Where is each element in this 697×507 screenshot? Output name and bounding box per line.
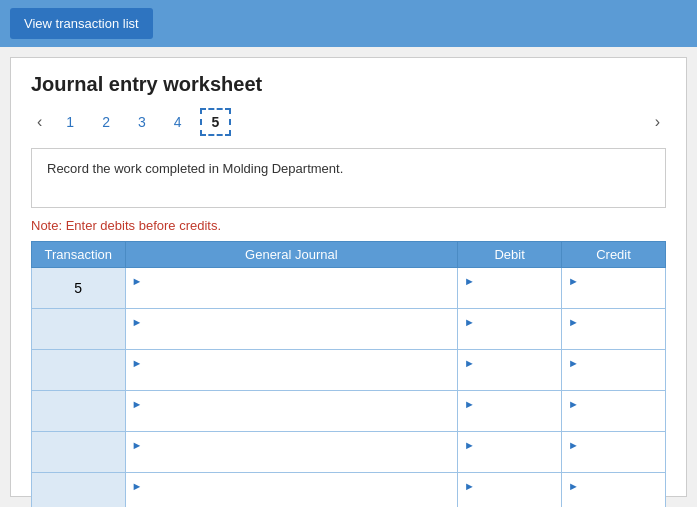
journal-table: Transaction General Journal Debit Credit…: [31, 241, 666, 507]
credit-cell-6[interactable]: ►: [562, 473, 666, 508]
table-row: ► ► ►: [32, 309, 666, 350]
credit-arrow-1: ►: [568, 275, 579, 287]
transaction-cell-6: [32, 473, 126, 508]
credit-input-3[interactable]: [568, 371, 659, 386]
transaction-cell-5: [32, 432, 126, 473]
instruction-text: Record the work completed in Molding Dep…: [47, 161, 343, 176]
pagination: ‹ 1 2 3 4 5 ›: [31, 108, 666, 136]
credit-input-2[interactable]: [568, 330, 659, 345]
header-debit: Debit: [458, 242, 562, 268]
debit-arrow-2: ►: [464, 316, 475, 328]
credit-arrow-4: ►: [568, 398, 579, 410]
debit-input-2[interactable]: [464, 330, 555, 345]
table-row: ► ► ►: [32, 350, 666, 391]
indent-arrow-2: ►: [132, 316, 143, 328]
indent-arrow-5: ►: [132, 439, 143, 451]
header-transaction: Transaction: [32, 242, 126, 268]
indent-arrow: ►: [132, 275, 143, 287]
note-text: Note: Enter debits before credits.: [31, 218, 666, 233]
worksheet-title: Journal entry worksheet: [31, 73, 666, 96]
view-transaction-button[interactable]: View transaction list: [10, 8, 153, 39]
indent-arrow-3: ►: [132, 357, 143, 369]
general-journal-input-4[interactable]: [132, 412, 452, 427]
credit-cell-4[interactable]: ►: [562, 391, 666, 432]
credit-cell-2[interactable]: ►: [562, 309, 666, 350]
general-journal-input-6[interactable]: [132, 494, 452, 507]
top-bar: View transaction list: [0, 0, 697, 47]
transaction-cell-2: [32, 309, 126, 350]
instruction-box: Record the work completed in Molding Dep…: [31, 148, 666, 208]
credit-input-5[interactable]: [568, 453, 659, 468]
debit-input-3[interactable]: [464, 371, 555, 386]
main-container: Journal entry worksheet ‹ 1 2 3 4 5 › Re…: [10, 57, 687, 497]
debit-input-5[interactable]: [464, 453, 555, 468]
table-row: ► ► ►: [32, 473, 666, 508]
credit-arrow-2: ►: [568, 316, 579, 328]
general-journal-cell-1[interactable]: ►: [125, 268, 458, 309]
credit-arrow-3: ►: [568, 357, 579, 369]
table-row: 5 ► ► ►: [32, 268, 666, 309]
indent-arrow-6: ►: [132, 480, 143, 492]
debit-arrow-6: ►: [464, 480, 475, 492]
header-general-journal: General Journal: [125, 242, 458, 268]
debit-cell-3[interactable]: ►: [458, 350, 562, 391]
general-journal-input-3[interactable]: [132, 371, 452, 386]
page-5[interactable]: 5: [200, 108, 232, 136]
page-4[interactable]: 4: [164, 110, 192, 134]
debit-arrow-5: ►: [464, 439, 475, 451]
header-credit: Credit: [562, 242, 666, 268]
transaction-cell-1: 5: [32, 268, 126, 309]
debit-cell-2[interactable]: ►: [458, 309, 562, 350]
credit-input-4[interactable]: [568, 412, 659, 427]
page-3[interactable]: 3: [128, 110, 156, 134]
credit-cell-1[interactable]: ►: [562, 268, 666, 309]
general-journal-cell-4[interactable]: ►: [125, 391, 458, 432]
credit-arrow-6: ►: [568, 480, 579, 492]
table-row: ► ► ►: [32, 432, 666, 473]
general-journal-cell-3[interactable]: ►: [125, 350, 458, 391]
debit-cell-5[interactable]: ►: [458, 432, 562, 473]
indent-arrow-4: ►: [132, 398, 143, 410]
page-1[interactable]: 1: [56, 110, 84, 134]
general-journal-cell-2[interactable]: ►: [125, 309, 458, 350]
transaction-cell-4: [32, 391, 126, 432]
debit-input-4[interactable]: [464, 412, 555, 427]
transaction-cell-3: [32, 350, 126, 391]
general-journal-input-5[interactable]: [132, 453, 452, 468]
credit-cell-5[interactable]: ►: [562, 432, 666, 473]
table-row: ► ► ►: [32, 391, 666, 432]
debit-cell-1[interactable]: ►: [458, 268, 562, 309]
credit-cell-3[interactable]: ►: [562, 350, 666, 391]
general-journal-cell-6[interactable]: ►: [125, 473, 458, 508]
credit-input-6[interactable]: [568, 494, 659, 507]
debit-arrow-3: ►: [464, 357, 475, 369]
general-journal-input-1[interactable]: [132, 289, 452, 304]
credit-input-1[interactable]: [568, 289, 659, 304]
debit-arrow-4: ►: [464, 398, 475, 410]
credit-arrow-5: ►: [568, 439, 579, 451]
general-journal-input-2[interactable]: [132, 330, 452, 345]
debit-arrow-1: ►: [464, 275, 475, 287]
prev-page-button[interactable]: ‹: [31, 111, 48, 133]
debit-input-1[interactable]: [464, 289, 555, 304]
debit-input-6[interactable]: [464, 494, 555, 507]
next-page-button[interactable]: ›: [649, 111, 666, 133]
debit-cell-4[interactable]: ►: [458, 391, 562, 432]
debit-cell-6[interactable]: ►: [458, 473, 562, 508]
page-2[interactable]: 2: [92, 110, 120, 134]
general-journal-cell-5[interactable]: ►: [125, 432, 458, 473]
